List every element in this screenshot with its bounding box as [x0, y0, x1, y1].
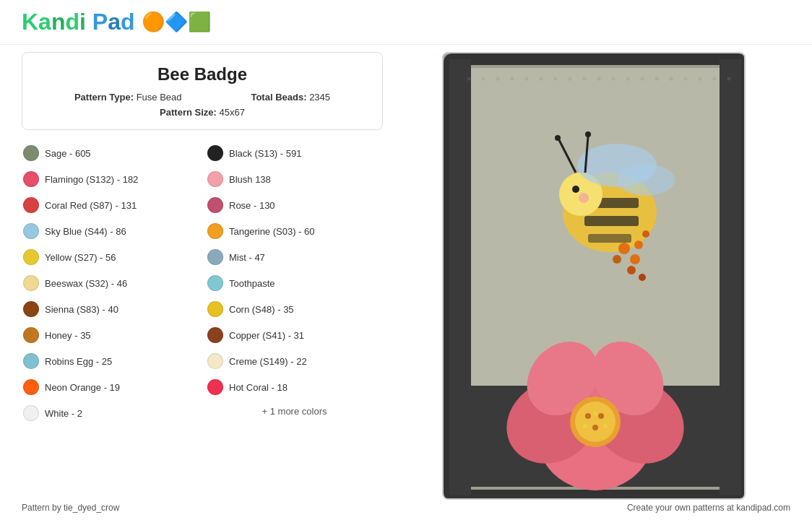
color-name: Mist - 47 [229, 252, 265, 263]
svg-rect-9 [588, 234, 631, 243]
svg-point-57 [727, 77, 731, 81]
color-swatch [23, 275, 39, 291]
color-item: Toothpaste [206, 272, 383, 295]
color-name: Tangerine (S03) - 60 [229, 226, 315, 237]
color-name: Flamingo (S132) - 182 [45, 174, 138, 185]
pattern-beads: Total Beads: 2345 [251, 92, 330, 103]
color-name: Robins Egg - 25 [45, 356, 112, 367]
color-swatch [207, 379, 223, 395]
color-item: Corn (S48) - 35 [206, 298, 383, 321]
color-item: Honey - 35 [22, 324, 199, 347]
color-name: White - 2 [45, 408, 82, 419]
color-list: Sage - 605Black (S13) - 591Flamingo (S13… [22, 142, 383, 425]
pattern-card: Bee Badge Pattern Type: Fuse Bead Total … [22, 52, 383, 130]
logo-kandi: Kandi Pad [22, 9, 134, 35]
color-name: Neon Orange - 19 [45, 382, 120, 393]
svg-point-42 [511, 77, 514, 81]
svg-point-35 [592, 425, 598, 430]
svg-point-39 [467, 77, 471, 81]
color-swatch [207, 171, 223, 187]
color-item: Mist - 47 [206, 246, 383, 269]
pattern-meta: Pattern Type: Fuse Bead Total Beads: 234… [40, 92, 365, 103]
svg-point-51 [641, 77, 644, 81]
type-value: Fuse Bead [137, 92, 182, 103]
svg-point-21 [613, 255, 621, 264]
pattern-size: Pattern Size: 45x67 [160, 107, 245, 118]
svg-point-40 [482, 77, 485, 81]
color-item: Creme (S149) - 22 [206, 350, 383, 373]
attribution: Pattern by tie_dyed_crow [22, 503, 119, 513]
size-value: 45x67 [219, 107, 244, 118]
color-swatch [23, 171, 39, 187]
color-swatch [23, 249, 39, 265]
pattern-type: Pattern Type: Fuse Bead [74, 92, 182, 103]
color-name: Toothpaste [229, 278, 275, 289]
color-name: Hot Coral - 18 [229, 382, 288, 393]
svg-point-11 [572, 186, 579, 193]
bead-art-svg [444, 53, 746, 500]
type-label: Pattern Type: [74, 92, 134, 103]
color-item: White - 2 [22, 402, 199, 425]
color-swatch [23, 353, 39, 369]
color-swatch [207, 197, 223, 213]
beads-value: 2345 [309, 92, 330, 103]
bead-art-container [442, 52, 746, 500]
color-item: Robins Egg - 25 [22, 350, 199, 373]
color-swatch [23, 145, 39, 161]
left-panel: Bee Badge Pattern Type: Fuse Bead Total … [22, 52, 383, 500]
color-swatch [23, 327, 39, 343]
main-content: Bee Badge Pattern Type: Fuse Bead Total … [0, 45, 812, 507]
svg-point-47 [583, 77, 587, 81]
svg-point-33 [585, 413, 591, 419]
svg-point-43 [525, 77, 529, 81]
color-item: Beeswax (S32) - 46 [22, 272, 199, 295]
svg-point-55 [699, 77, 702, 81]
color-item: Sienna (S83) - 40 [22, 298, 199, 321]
svg-point-23 [642, 230, 649, 238]
svg-point-22 [634, 240, 643, 249]
right-panel [397, 52, 790, 500]
svg-point-52 [655, 77, 659, 81]
color-name: Beeswax (S32) - 46 [45, 278, 127, 289]
beads-label: Total Beads: [251, 92, 306, 103]
color-swatch [23, 379, 39, 395]
color-item: Hot Coral - 18 [206, 376, 383, 399]
color-swatch [23, 197, 39, 213]
svg-point-14 [617, 164, 675, 196]
size-label: Pattern Size: [160, 107, 217, 118]
svg-point-18 [585, 131, 591, 137]
svg-point-32 [575, 402, 616, 442]
color-swatch [207, 353, 223, 369]
color-name: Blush 138 [229, 174, 271, 185]
color-item: Rose - 130 [206, 194, 383, 217]
color-item: Sky Blue (S44) - 86 [22, 220, 199, 243]
color-name: Honey - 35 [45, 330, 91, 341]
svg-point-54 [684, 77, 688, 81]
color-swatch [23, 223, 39, 239]
svg-point-12 [579, 193, 589, 203]
svg-point-50 [626, 77, 630, 81]
logo: Kandi Pad 🟠🔷🟩 [22, 9, 211, 35]
color-swatch [23, 301, 39, 317]
color-name: Sky Blue (S44) - 86 [45, 226, 126, 237]
svg-point-16 [555, 135, 561, 141]
color-item: Yellow (S27) - 56 [22, 246, 199, 269]
color-item: Copper (S41) - 31 [206, 324, 383, 347]
svg-point-44 [540, 77, 543, 81]
svg-point-45 [554, 77, 558, 81]
color-name: Sienna (S83) - 40 [45, 304, 118, 315]
color-name: Yellow (S27) - 56 [45, 252, 116, 263]
color-swatch [207, 327, 223, 343]
svg-point-46 [569, 77, 572, 81]
header: Kandi Pad 🟠🔷🟩 [0, 0, 812, 45]
svg-point-56 [713, 77, 717, 81]
color-swatch [23, 405, 39, 421]
color-item: Neon Orange - 19 [22, 376, 199, 399]
svg-point-34 [598, 413, 604, 419]
svg-point-41 [496, 77, 500, 81]
color-swatch [207, 301, 223, 317]
footer: Pattern by tie_dyed_crow Create your own… [22, 503, 790, 513]
svg-point-38 [593, 411, 597, 415]
color-name: Copper (S41) - 31 [229, 330, 304, 341]
color-item: Flamingo (S132) - 182 [22, 168, 199, 191]
